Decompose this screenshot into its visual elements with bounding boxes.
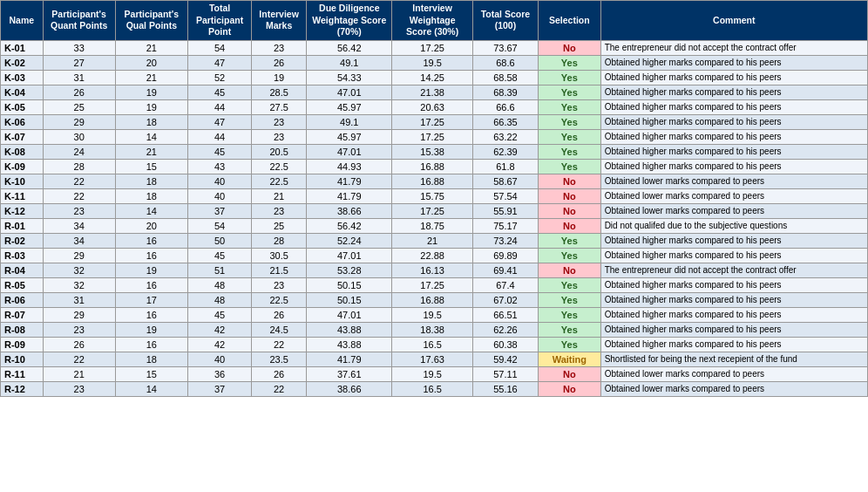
header-score: Total Score (100) xyxy=(472,1,538,41)
header-selection: Selection xyxy=(538,1,600,41)
cell-selection: Yes xyxy=(538,233,600,248)
cell-interview: 22.5 xyxy=(252,174,307,188)
cell-iw: 19.5 xyxy=(392,307,472,322)
cell-quant: 30 xyxy=(43,129,115,144)
cell-name: K-05 xyxy=(1,99,44,114)
cell-qual: 16 xyxy=(115,233,187,248)
cell-score: 66.51 xyxy=(472,307,538,322)
cell-quant: 27 xyxy=(43,55,115,70)
table-row: R-09 26 16 42 22 43.88 16.5 60.38 Yes Ob… xyxy=(1,337,868,352)
cell-total-pt: 47 xyxy=(187,55,251,70)
table-row: K-05 25 19 44 27.5 45.97 20.63 66.6 Yes … xyxy=(1,99,868,114)
cell-due: 38.66 xyxy=(307,203,392,218)
cell-iw: 19.5 xyxy=(392,55,472,70)
cell-quant: 32 xyxy=(43,263,115,277)
cell-iw: 21.38 xyxy=(392,85,472,99)
cell-score: 67.4 xyxy=(472,277,538,292)
cell-name: R-01 xyxy=(1,218,44,233)
table-row: K-02 27 20 47 26 49.1 19.5 68.6 Yes Obta… xyxy=(1,55,868,70)
cell-interview: 24.5 xyxy=(252,322,307,337)
cell-quant: 31 xyxy=(43,70,115,85)
cell-comment: Obtained lower marks compared to peers xyxy=(600,203,867,218)
cell-quant: 22 xyxy=(43,352,115,366)
header-total-pt: Total Participant Point xyxy=(187,1,251,41)
cell-interview: 28.5 xyxy=(252,85,307,99)
cell-iw: 17.25 xyxy=(392,129,472,144)
cell-qual: 16 xyxy=(115,277,187,292)
cell-qual: 15 xyxy=(115,159,187,174)
cell-iw: 17.63 xyxy=(392,352,472,366)
cell-selection: Yes xyxy=(538,129,600,144)
cell-iw: 16.88 xyxy=(392,159,472,174)
header-quant: Participant's Quant Points xyxy=(43,1,115,41)
cell-name: R-12 xyxy=(1,381,44,396)
cell-iw: 16.5 xyxy=(392,337,472,352)
cell-selection: No xyxy=(538,366,600,381)
cell-selection: Waiting xyxy=(538,352,600,366)
header-interview: Interview Marks xyxy=(252,1,307,41)
cell-name: R-05 xyxy=(1,277,44,292)
cell-total-pt: 51 xyxy=(187,263,251,277)
cell-total-pt: 37 xyxy=(187,381,251,396)
cell-quant: 31 xyxy=(43,292,115,307)
cell-qual: 17 xyxy=(115,292,187,307)
cell-quant: 22 xyxy=(43,174,115,188)
cell-selection: Yes xyxy=(538,144,600,159)
cell-due: 54.33 xyxy=(307,70,392,85)
cell-interview: 23 xyxy=(252,40,307,55)
cell-score: 69.41 xyxy=(472,263,538,277)
cell-qual: 18 xyxy=(115,174,187,188)
cell-name: K-04 xyxy=(1,85,44,99)
cell-selection: Yes xyxy=(538,70,600,85)
cell-name: R-03 xyxy=(1,248,44,263)
cell-comment: Obtained higher marks compared to his pe… xyxy=(600,292,867,307)
cell-comment: Obtained higher marks compared to his pe… xyxy=(600,322,867,337)
cell-due: 43.88 xyxy=(307,322,392,337)
cell-qual: 21 xyxy=(115,40,187,55)
cell-qual: 14 xyxy=(115,203,187,218)
cell-total-pt: 45 xyxy=(187,144,251,159)
cell-comment: Obtained higher marks compared to his pe… xyxy=(600,277,867,292)
cell-due: 56.42 xyxy=(307,40,392,55)
cell-name: R-09 xyxy=(1,337,44,352)
cell-comment: Obtained higher marks compared to his pe… xyxy=(600,129,867,144)
cell-total-pt: 54 xyxy=(187,40,251,55)
cell-name: R-08 xyxy=(1,322,44,337)
cell-selection: No xyxy=(538,381,600,396)
cell-score: 66.6 xyxy=(472,99,538,114)
table-row: R-05 32 16 48 23 50.15 17.25 67.4 Yes Ob… xyxy=(1,277,868,292)
cell-total-pt: 42 xyxy=(187,337,251,352)
cell-comment: Obtained higher marks compared to his pe… xyxy=(600,337,867,352)
cell-qual: 15 xyxy=(115,366,187,381)
cell-quant: 25 xyxy=(43,99,115,114)
cell-name: K-12 xyxy=(1,203,44,218)
cell-total-pt: 43 xyxy=(187,159,251,174)
cell-quant: 34 xyxy=(43,218,115,233)
table-row: K-06 29 18 47 23 49.1 17.25 66.35 Yes Ob… xyxy=(1,114,868,129)
table-row: K-11 22 18 40 21 41.79 15.75 57.54 No Ob… xyxy=(1,188,868,203)
table-row: R-01 34 20 54 25 56.42 18.75 75.17 No Di… xyxy=(1,218,868,233)
cell-name: K-08 xyxy=(1,144,44,159)
cell-name: R-07 xyxy=(1,307,44,322)
cell-name: R-04 xyxy=(1,263,44,277)
cell-selection: Yes xyxy=(538,99,600,114)
cell-qual: 18 xyxy=(115,114,187,129)
cell-qual: 14 xyxy=(115,381,187,396)
cell-total-pt: 42 xyxy=(187,322,251,337)
cell-selection: Yes xyxy=(538,292,600,307)
cell-qual: 20 xyxy=(115,218,187,233)
cell-interview: 28 xyxy=(252,233,307,248)
cell-comment: Obtained higher marks compared to his pe… xyxy=(600,144,867,159)
cell-comment: Obtained higher marks compared to his pe… xyxy=(600,114,867,129)
cell-qual: 21 xyxy=(115,70,187,85)
cell-comment: Obtained lower marks compared to peers xyxy=(600,174,867,188)
cell-score: 75.17 xyxy=(472,218,538,233)
cell-interview: 21 xyxy=(252,188,307,203)
cell-qual: 16 xyxy=(115,307,187,322)
header-qual: Participant's Qual Points xyxy=(115,1,187,41)
cell-qual: 18 xyxy=(115,352,187,366)
cell-name: K-11 xyxy=(1,188,44,203)
cell-comment: Obtained higher marks compared to his pe… xyxy=(600,70,867,85)
cell-iw: 16.88 xyxy=(392,292,472,307)
cell-name: K-02 xyxy=(1,55,44,70)
